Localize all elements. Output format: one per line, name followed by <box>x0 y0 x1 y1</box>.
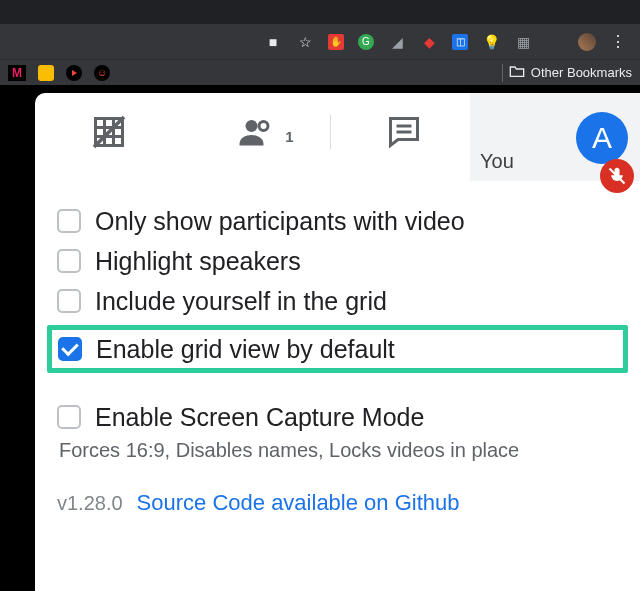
checkbox[interactable] <box>57 209 81 233</box>
checkbox[interactable] <box>57 249 81 273</box>
option-screen-capture[interactable]: Enable Screen Capture Mode <box>57 397 618 437</box>
version-label: v1.28.0 <box>57 492 123 515</box>
ext-blank-icon[interactable] <box>546 33 564 51</box>
options-list: Only show participants with video Highli… <box>35 171 640 472</box>
panel-footer: v1.28.0 Source Code available on Github <box>35 472 640 516</box>
apps-icon[interactable]: ▦ <box>514 33 532 51</box>
bookmark-dark-icon[interactable]: ☺ <box>94 65 110 81</box>
star-icon[interactable]: ☆ <box>296 33 314 51</box>
screen-capture-description: Forces 16:9, Disables names, Locks video… <box>59 439 618 462</box>
bookmark-play-icon[interactable] <box>66 65 82 81</box>
option-label: Enable grid view by default <box>96 334 395 364</box>
self-video-tile[interactable]: You A <box>470 93 640 181</box>
chrome-menu-icon[interactable]: ⋮ <box>610 34 626 50</box>
option-label: Highlight speakers <box>95 246 301 276</box>
other-bookmarks-button[interactable]: Other Bookmarks <box>531 65 632 80</box>
option-include-yourself[interactable]: Include yourself in the grid <box>57 281 618 321</box>
source-code-link[interactable]: Source Code available on Github <box>137 490 460 516</box>
bookmark-m-icon[interactable]: M <box>8 65 26 81</box>
svg-point-7 <box>259 122 268 131</box>
tab-people[interactable]: 1 <box>182 114 329 150</box>
chrome-tab-strip <box>0 0 640 24</box>
folder-icon <box>509 64 525 81</box>
option-label: Enable Screen Capture Mode <box>95 402 424 432</box>
tab-grid-off[interactable] <box>35 114 182 150</box>
tab-bar: 1 You A <box>35 93 640 171</box>
chrome-toolbar: ■ ☆ ✋ G ◢ ◆ ◫ 💡 ▦ ⋮ <box>0 24 640 59</box>
bookmark-yellow-icon[interactable] <box>38 65 54 81</box>
option-highlight-speakers[interactable]: Highlight speakers <box>57 241 618 281</box>
self-avatar-initial: A <box>592 121 612 155</box>
video-icon[interactable]: ■ <box>264 33 282 51</box>
ext-red-icon[interactable]: ◆ <box>420 33 438 51</box>
bookmarks-bar: M ☺ Other Bookmarks <box>0 59 640 85</box>
option-only-video[interactable]: Only show participants with video <box>57 201 618 241</box>
extension-icons: ■ ☆ ✋ G ◢ ◆ ◫ 💡 ▦ ⋮ <box>264 33 626 51</box>
settings-panel: 1 You A <box>35 93 640 591</box>
bulb-icon[interactable]: 💡 <box>482 33 500 51</box>
adblock-icon[interactable]: ✋ <box>328 34 344 50</box>
checkbox-checked[interactable] <box>58 337 82 361</box>
option-label: Include yourself in the grid <box>95 286 387 316</box>
checkbox[interactable] <box>57 405 81 429</box>
ext-blue-icon[interactable]: ◫ <box>452 34 468 50</box>
people-count-badge: 1 <box>285 128 293 145</box>
checkbox[interactable] <box>57 289 81 313</box>
self-avatar: A <box>576 112 628 164</box>
svg-line-5 <box>94 117 124 147</box>
option-label: Only show participants with video <box>95 206 465 236</box>
meet-stage: 1 You A <box>0 85 640 591</box>
drive-icon[interactable]: ◢ <box>388 33 406 51</box>
grammarly-icon[interactable]: G <box>358 34 374 50</box>
profile-avatar-icon[interactable] <box>578 33 596 51</box>
mic-muted-icon[interactable] <box>600 159 634 193</box>
option-enable-grid-default[interactable]: Enable grid view by default <box>47 325 628 373</box>
svg-point-6 <box>245 120 257 132</box>
bookmark-separator <box>502 64 503 82</box>
you-label: You <box>480 150 514 173</box>
tab-chat[interactable] <box>331 114 478 150</box>
